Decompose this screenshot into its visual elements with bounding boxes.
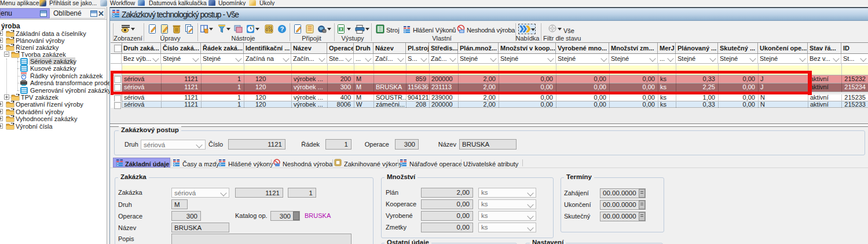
svg-text:X: X	[340, 27, 343, 31]
svg-text:?: ?	[280, 26, 284, 32]
